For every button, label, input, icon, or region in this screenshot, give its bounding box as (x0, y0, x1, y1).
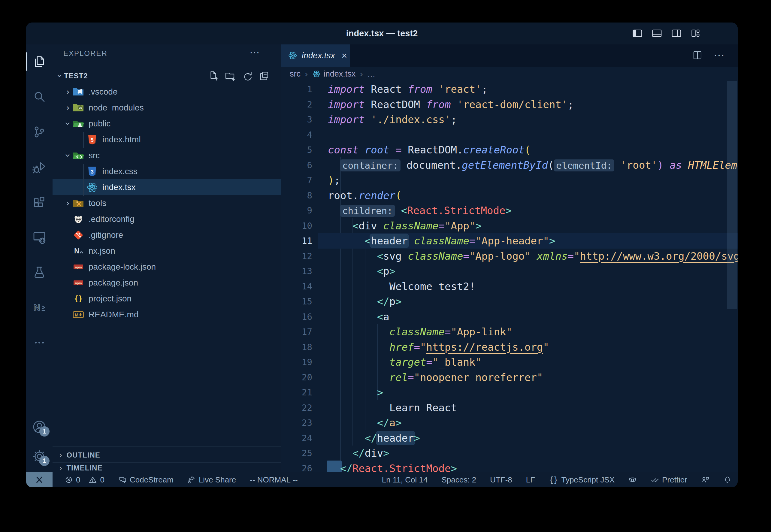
code-line-25[interactable]: 25 </div> (281, 446, 738, 461)
code-line-8[interactable]: 8root.render( (281, 188, 738, 203)
tree-item-label: nx.json (89, 246, 115, 256)
activity-remote-explorer[interactable] (32, 230, 47, 244)
activity-more-views[interactable] (32, 335, 47, 350)
tree-item-.editorconfig[interactable]: .editorconfig (53, 211, 281, 227)
line-number: 12 (281, 249, 318, 264)
breadcrumb-separator: › (360, 69, 363, 79)
code-line-15[interactable]: 15 </p> (281, 294, 738, 309)
activity-search[interactable] (32, 89, 47, 104)
code-area[interactable]: 1import React from 'react';2import React… (281, 81, 738, 472)
tree-item-index.html[interactable]: 5index.html (53, 131, 281, 147)
status-live-share[interactable]: Live Share (187, 475, 236, 485)
status-vim-mode[interactable]: -- NORMAL -- (250, 475, 298, 485)
close-tab-button[interactable]: × (342, 51, 347, 60)
status-cursor-position[interactable]: Ln 11, Col 14 (382, 475, 428, 485)
code-line-6[interactable]: 6 container: document.getElementById(ele… (281, 158, 738, 173)
toggle-secondary-sidebar-button[interactable] (671, 28, 682, 39)
line-number: 21 (281, 385, 318, 400)
refresh-button[interactable] (242, 70, 253, 82)
tree-item-public[interactable]: ›public (53, 116, 281, 131)
status-indentation[interactable]: Spaces: 2 (441, 475, 476, 485)
breadcrumb-item[interactable]: index.tsx (324, 69, 356, 79)
activity-source-control[interactable] (32, 125, 47, 139)
code-line-26[interactable]: 26 </React.StrictMode> (281, 461, 738, 473)
code-line-20[interactable]: 20 rel="noopener noreferrer" (281, 370, 738, 385)
code-line-23[interactable]: 23 </a> (281, 415, 738, 431)
split-editor-button[interactable] (692, 50, 703, 61)
tree-item-.gitignore[interactable]: .gitignore (53, 227, 281, 243)
code-line-3[interactable]: 3import './index.css'; (281, 112, 738, 127)
workspace-section-header[interactable]: › TEST2 (53, 68, 281, 84)
activity-accounts[interactable]: 1 (32, 420, 47, 434)
code-line-21[interactable]: 21 > (281, 385, 738, 400)
code-line-16[interactable]: 16 <a (281, 309, 738, 325)
editor-more-button[interactable]: ⋯ (714, 50, 724, 61)
tree-item-node_modules[interactable]: ›JSnode_modules (53, 100, 281, 116)
new-file-button[interactable] (208, 70, 219, 82)
code-line-5[interactable]: 5const root = ReactDOM.createRoot( (281, 142, 738, 158)
editor-scrollbar[interactable] (727, 81, 737, 309)
code-line-19[interactable]: 19 target="_blank" (281, 355, 738, 370)
timeline-panel-header[interactable]: › TIMELINE (53, 462, 281, 472)
status-problems[interactable]: 00 (65, 475, 104, 485)
code-line-4[interactable]: 4 (281, 127, 738, 143)
code-line-14[interactable]: 14 Welcome test2! (281, 279, 738, 294)
chevron-right-icon: › (66, 87, 70, 96)
tree-item-index.css[interactable]: 3index.css (53, 163, 281, 179)
code-line-13[interactable]: 13 <p> (281, 264, 738, 279)
tree-item-label: public (89, 119, 110, 128)
activity-run-debug[interactable] (32, 160, 47, 174)
status-notifications[interactable] (723, 476, 732, 484)
code-line-10[interactable]: 10 <div className="App"> (281, 218, 738, 234)
activity-extensions[interactable] (32, 195, 47, 209)
toggle-panel-button[interactable] (651, 28, 663, 39)
collapse-all-button[interactable] (259, 70, 270, 82)
code-line-17[interactable]: 17 className="App-link" (281, 324, 738, 340)
activity-settings[interactable]: 1 (32, 449, 47, 464)
tree-item-README.md[interactable]: MREADME.md (53, 307, 281, 322)
tree-item-nx.json[interactable]: Nnx.json (53, 243, 281, 259)
tree-item-package.json[interactable]: npmpackage.json (53, 275, 281, 291)
code-line-12[interactable]: 12 <svg className="App-logo" xmlns="http… (281, 249, 738, 264)
activity-nx-console[interactable]: N (32, 300, 47, 315)
tree-item-tools[interactable]: ›tools (53, 195, 281, 211)
chevron-right-icon: › (59, 451, 62, 459)
new-folder-button[interactable] (225, 70, 236, 82)
toggle-primary-sidebar-button[interactable] (632, 28, 643, 39)
breadcrumb[interactable]: src›index.tsx›… (281, 67, 738, 81)
outline-panel-header[interactable]: › OUTLINE (53, 446, 281, 463)
status-eol[interactable]: LF (526, 475, 535, 485)
sidebar-more-button[interactable]: ⋯ (249, 44, 260, 60)
code-line-7[interactable]: 7); (281, 173, 738, 188)
activity-explorer[interactable] (32, 54, 47, 69)
tab-index-tsx[interactable]: index.tsx × (281, 44, 350, 67)
code-line-9[interactable]: 9 children: <React.StrictMode> (281, 203, 738, 218)
tree-item-.vscode[interactable]: ›.vscode (53, 84, 281, 100)
tree-item-package-lock.json[interactable]: npmpackage-lock.json (53, 259, 281, 275)
tree-item-project.json[interactable]: {}project.json (53, 291, 281, 307)
code-line-2[interactable]: 2import ReactDOM from 'react-dom/client'… (281, 97, 738, 112)
breadcrumb-item[interactable]: … (367, 69, 375, 79)
code-line-24[interactable]: 24 </header> (281, 431, 738, 446)
code-line-11[interactable]: 11 <header className="App-header"> (281, 233, 738, 249)
customize-layout-button[interactable] (690, 28, 702, 39)
tab-bar: index.tsx × ⋯ (281, 44, 738, 67)
remote-indicator[interactable] (26, 472, 53, 487)
tree-item-index.tsx[interactable]: index.tsx (53, 179, 281, 195)
status-codestream[interactable]: CodeStream (118, 475, 174, 485)
code-line-1[interactable]: 1import React from 'react'; (281, 82, 738, 97)
activity-testing[interactable] (32, 265, 47, 280)
status-formatter[interactable]: Prettier (651, 475, 687, 485)
status-language-mode[interactable]: {}TypeScript JSX (549, 475, 615, 485)
status-feedback[interactable] (701, 476, 709, 484)
line-number: 4 (281, 127, 318, 143)
chevron-right-icon: › (59, 464, 62, 472)
code-line-18[interactable]: 18 href="https://reactjs.org" (281, 340, 738, 355)
breadcrumb-item[interactable]: src (290, 69, 301, 79)
status-copilot[interactable] (628, 476, 637, 484)
tree-item-src[interactable]: ›src (53, 147, 281, 163)
title-bar[interactable]: index.tsx — test2 (26, 23, 738, 44)
status-encoding[interactable]: UTF-8 (490, 475, 512, 485)
timeline-panel-label: TIMELINE (66, 464, 102, 472)
code-line-22[interactable]: 22 Learn React (281, 400, 738, 416)
